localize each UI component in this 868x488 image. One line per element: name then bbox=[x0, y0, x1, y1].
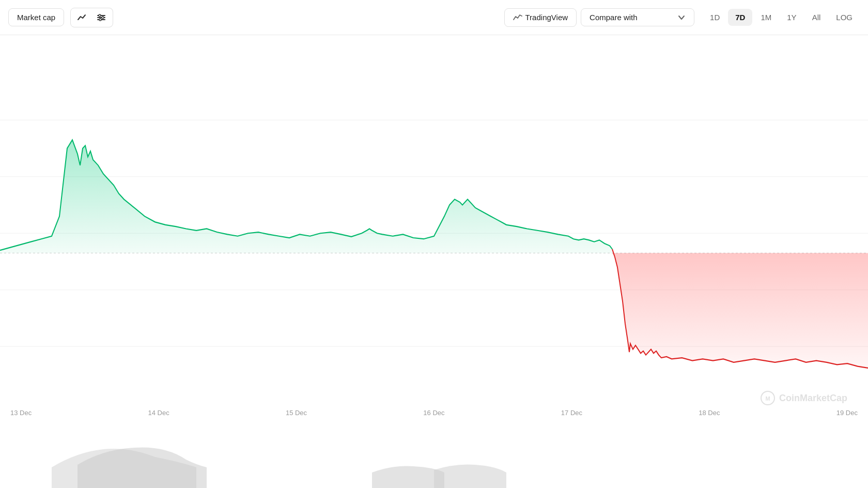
period-1y[interactable]: 1Y bbox=[780, 9, 803, 26]
chart-type-group bbox=[70, 8, 113, 27]
x-axis: 13 Dec 14 Dec 15 Dec 16 Dec 17 Dec 18 De… bbox=[0, 409, 868, 417]
trading-view-icon bbox=[513, 13, 522, 22]
x-label-18dec: 18 Dec bbox=[699, 409, 720, 417]
main-chart-svg bbox=[0, 35, 868, 488]
market-cap-label: Market cap bbox=[17, 13, 55, 22]
x-label-17dec: 17 Dec bbox=[561, 409, 582, 417]
toolbar: Market cap TradingView Compare with bbox=[0, 0, 868, 35]
x-label-15dec: 15 Dec bbox=[286, 409, 307, 417]
svg-point-4 bbox=[102, 17, 104, 19]
period-1m[interactable]: 1M bbox=[753, 9, 779, 26]
watermark-text: CoinMarketCap bbox=[779, 393, 847, 404]
x-label-19dec: 19 Dec bbox=[836, 409, 858, 417]
x-label-14dec: 14 Dec bbox=[148, 409, 169, 417]
period-7d[interactable]: 7D bbox=[728, 9, 752, 26]
svg-point-3 bbox=[99, 14, 101, 17]
compare-with-label: Compare with bbox=[590, 13, 638, 22]
period-log[interactable]: LOG bbox=[829, 9, 860, 26]
trading-view-label: TradingView bbox=[525, 13, 568, 22]
time-period-group: 1D 7D 1M 1Y All LOG bbox=[703, 9, 860, 26]
x-label-16dec: 16 Dec bbox=[423, 409, 444, 417]
settings-button[interactable] bbox=[90, 8, 113, 27]
svg-point-5 bbox=[99, 19, 101, 21]
market-cap-button[interactable]: Market cap bbox=[8, 8, 64, 26]
period-1d[interactable]: 1D bbox=[703, 9, 727, 26]
svg-text:M: M bbox=[765, 395, 770, 402]
chart-area: 13 Dec 14 Dec 15 Dec 16 Dec 17 Dec 18 De… bbox=[0, 35, 868, 488]
cmc-logo-icon: M bbox=[761, 391, 775, 405]
x-label-13dec: 13 Dec bbox=[10, 409, 32, 417]
red-fill bbox=[612, 253, 868, 368]
line-chart-icon bbox=[77, 12, 87, 23]
watermark: M CoinMarketCap bbox=[761, 391, 847, 405]
chevron-down-icon bbox=[677, 13, 686, 22]
compare-with-button[interactable]: Compare with bbox=[581, 8, 694, 26]
period-all[interactable]: All bbox=[805, 9, 828, 26]
volume-chart bbox=[0, 421, 868, 488]
trading-view-button[interactable]: TradingView bbox=[504, 8, 577, 27]
settings-icon bbox=[96, 12, 106, 23]
